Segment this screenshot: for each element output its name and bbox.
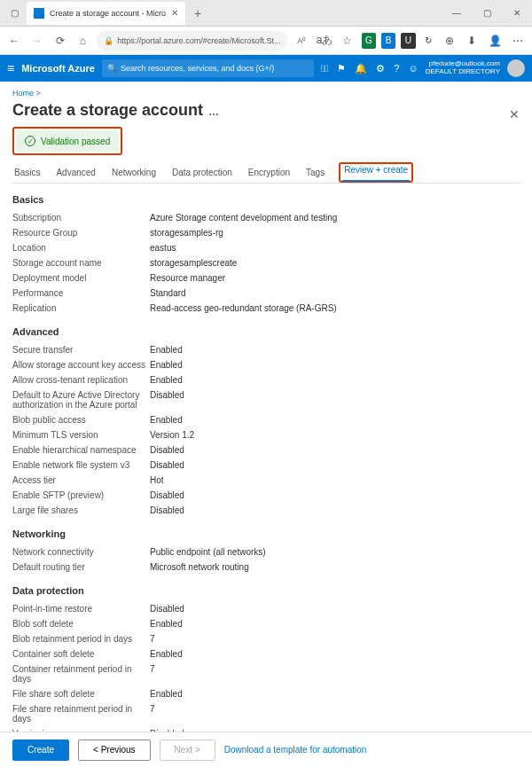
download-template-link[interactable]: Download a template for automation: [224, 745, 367, 755]
row-label: Point-in-time restore: [12, 604, 150, 614]
row-value: storagesamples-rg: [150, 228, 223, 238]
translate-icon[interactable]: aあ: [316, 31, 333, 51]
row-label: Blob retainment period in days: [12, 634, 150, 644]
row-label: File share retainment period in days: [12, 704, 150, 724]
summary-row: Deployment modelResource manager: [12, 270, 520, 286]
new-tab-button[interactable]: +: [189, 6, 207, 20]
row-label: Minimum TLS version: [12, 430, 150, 440]
refresh-button[interactable]: ⟳: [51, 31, 69, 51]
row-value: 7: [150, 634, 155, 644]
summary-row: PerformanceStandard: [12, 286, 520, 301]
hamburger-icon[interactable]: ≡: [7, 61, 14, 75]
row-value: Enabled: [150, 360, 183, 370]
tab-advanced[interactable]: Advanced: [54, 162, 97, 183]
browser-tab[interactable]: Create a storage account - Micro ✕: [27, 2, 185, 25]
cloudshell-icon[interactable]: ▸⃞: [321, 63, 328, 74]
browser-address-bar: ← → ⟳ ⌂ 🔒 https://portal.azure.com/#crea…: [0, 27, 532, 55]
summary-row: Secure transferEnabled: [12, 342, 520, 357]
wizard-footer: Create < Previous Next > Download a temp…: [0, 732, 532, 767]
tab-data-protection[interactable]: Data protection: [170, 162, 234, 183]
browser-titlebar: ▢ Create a storage account - Micro ✕ + —…: [0, 0, 532, 27]
row-value: Public endpoint (all networks): [150, 547, 266, 557]
row-value: storagesamplescreate: [150, 258, 237, 268]
row-value: Disabled: [150, 390, 184, 410]
help-icon[interactable]: ?: [394, 63, 399, 74]
check-icon: ✓: [25, 136, 35, 146]
settings-icon[interactable]: ⚙: [376, 63, 385, 74]
azure-brand[interactable]: Microsoft Azure: [21, 63, 95, 74]
row-label: Secure transfer: [12, 345, 150, 355]
row-value: Resource manager: [150, 273, 225, 283]
url-field[interactable]: 🔒 https://portal.azure.com/#create/Micro…: [97, 31, 287, 51]
home-button[interactable]: ⌂: [74, 31, 91, 51]
validation-text: Validation passed: [41, 137, 110, 146]
forward-button[interactable]: →: [28, 31, 46, 51]
summary-row: Enable hierarchical namespaceDisabled: [12, 442, 520, 458]
summary-row: Blob soft deleteEnabled: [12, 616, 520, 631]
azure-search-input[interactable]: [121, 64, 309, 73]
row-value: Read-access geo-redundant storage (RA-GR…: [150, 303, 337, 313]
row-value: Disabled: [150, 604, 184, 614]
tab-basics[interactable]: Basics: [12, 162, 42, 183]
row-label: Container soft delete: [12, 649, 150, 659]
row-value: Disabled: [150, 460, 184, 470]
section-data-protection: Data protection: [12, 585, 520, 596]
minimize-button[interactable]: —: [442, 0, 472, 27]
download-icon[interactable]: ⬇: [464, 31, 481, 51]
ext-icon-4[interactable]: ↻: [421, 33, 435, 49]
close-window-button[interactable]: ✕: [502, 0, 532, 27]
ext-icon-1[interactable]: G: [362, 33, 376, 49]
previous-button[interactable]: < Previous: [78, 740, 151, 761]
maximize-button[interactable]: ▢: [472, 0, 502, 27]
row-value: Standard: [150, 288, 186, 298]
back-button[interactable]: ←: [5, 31, 23, 51]
account-block[interactable]: pfedude@outlook.com DEFAULT DIRECTORY: [426, 60, 500, 76]
summary-row: Access tierHot: [12, 473, 520, 488]
summary-row: Minimum TLS versionVersion 1.2: [12, 427, 520, 442]
row-label: File share soft delete: [12, 689, 150, 699]
row-label: Default routing tier: [12, 562, 150, 572]
profile-icon[interactable]: 👤: [486, 31, 504, 51]
close-blade-icon[interactable]: ✕: [509, 107, 520, 121]
tab-strip-icon[interactable]: ▢: [5, 8, 23, 18]
row-value: Enabled: [150, 689, 183, 699]
row-value: Hot: [150, 475, 164, 485]
breadcrumb-home[interactable]: Home: [12, 89, 34, 98]
tab-encryption[interactable]: Encryption: [246, 162, 292, 183]
create-button[interactable]: Create: [12, 740, 69, 761]
row-label: Blob public access: [12, 415, 150, 425]
menu-icon[interactable]: ⋯: [509, 31, 527, 51]
feedback-icon[interactable]: ☺: [408, 63, 418, 74]
ext-icon-2[interactable]: B: [381, 33, 395, 49]
row-label: Network connectivity: [12, 547, 150, 557]
summary-row: SubscriptionAzure Storage content develo…: [12, 210, 520, 225]
row-value: Disabled: [150, 505, 184, 515]
reader-icon[interactable]: A⁰: [293, 31, 310, 51]
more-icon[interactable]: …: [208, 106, 219, 118]
summary-row: Network connectivityPublic endpoint (all…: [12, 544, 520, 560]
summary-row: Large file sharesDisabled: [12, 503, 520, 518]
ext-icon-3[interactable]: U: [401, 33, 415, 49]
favorite-icon[interactable]: ☆: [339, 31, 356, 51]
summary-row: Enable network file system v3Disabled: [12, 458, 520, 473]
collections-icon[interactable]: ⊕: [441, 31, 458, 51]
row-label: Blob soft delete: [12, 619, 150, 629]
row-value: Azure Storage content development and te…: [150, 213, 337, 223]
row-value: Enabled: [150, 619, 183, 629]
azure-search[interactable]: 🔍: [102, 59, 314, 77]
row-label: Performance: [12, 288, 150, 298]
notifications-icon[interactable]: 🔔: [355, 63, 367, 74]
row-value: Disabled: [150, 445, 184, 455]
row-label: Container retainment period in days: [12, 664, 150, 684]
close-tab-icon[interactable]: ✕: [171, 8, 178, 18]
browser-tab-title: Create a storage account - Micro: [50, 9, 166, 18]
row-label: Default to Azure Active Directory author…: [12, 390, 150, 410]
tab-tags[interactable]: Tags: [304, 162, 326, 183]
avatar[interactable]: [507, 59, 525, 77]
directory-icon[interactable]: ⚑: [337, 63, 346, 74]
row-value: 7: [150, 704, 155, 724]
tab-networking[interactable]: Networking: [110, 162, 158, 183]
validation-banner: ✓ Validation passed: [16, 130, 119, 152]
next-button: Next >: [160, 740, 215, 761]
row-value: Version 1.2: [150, 430, 194, 440]
